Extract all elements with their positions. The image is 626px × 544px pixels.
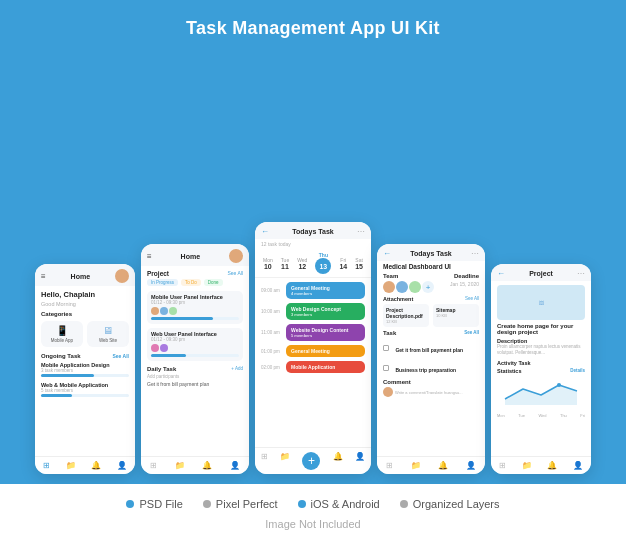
cal-num-sat: 15 (355, 263, 363, 270)
project-see-all[interactable]: See All (227, 270, 243, 277)
phone-2-status-row: In Progress To Do Done (141, 278, 249, 289)
nav3-folder-icon[interactable]: 📁 (280, 452, 290, 470)
more-icon-3[interactable]: ⋯ (357, 227, 365, 236)
nav5-bell-icon[interactable]: 🔔 (547, 461, 557, 470)
task2-date-2: 01/12 - 09:30 pm (151, 337, 239, 342)
task4-checkbox-1[interactable] (383, 345, 389, 351)
task3-bubble-4: General Meeting (286, 345, 365, 357)
cal-num-wed: 12 (297, 263, 307, 270)
image-icon: 🖼 (539, 300, 544, 306)
bottom-section: PSD File Pixel Perfect iOS & Android Org… (0, 484, 626, 544)
not-included-text: Image Not Included (265, 518, 360, 534)
team-avatars: + (383, 281, 434, 293)
nav-bell-icon[interactable]: 🔔 (91, 461, 101, 470)
attachment-label: Attachment (383, 296, 413, 302)
nav3-home-icon[interactable]: ⊞ (261, 452, 268, 470)
task-section-label: Task (383, 330, 396, 336)
ios-dot (298, 500, 306, 508)
nav-user-icon[interactable]: 👤 (117, 461, 127, 470)
medical-dashboard-title: Medical Dashboard UI (377, 261, 485, 270)
add-task-button[interactable]: + (302, 452, 320, 470)
more-icon-5[interactable]: ⋯ (577, 269, 585, 278)
see-all-link[interactable]: See All (113, 353, 130, 359)
nav2-home-icon[interactable]: ⊞ (150, 461, 157, 470)
task2-date-1: 01/12 - 09:30 pm (151, 300, 239, 305)
ios-label: iOS & Android (311, 498, 380, 510)
phone-5: ← Project ⋯ 🖼 Create home page for your … (491, 264, 591, 474)
nav5-folder-icon[interactable]: 📁 (522, 461, 532, 470)
comment-avatar (383, 387, 393, 397)
task3-bubble-2: Web Design Concept 3 members (286, 303, 365, 320)
task4-name-1: Get it from bill payment plan (395, 347, 463, 353)
chart-labels-row: Mon Tue Wed Thu Fri (491, 413, 591, 418)
phone-1-categories-row: 📱 Mobile App 🖥 Web Site (35, 319, 135, 349)
nav2-folder-icon[interactable]: 📁 (175, 461, 185, 470)
task3-row-1: 09:00 am General Meeting 4 members (255, 280, 371, 301)
daily-task-text: Get it from bill payment plan (141, 381, 249, 389)
nav4-user-icon[interactable]: 👤 (466, 461, 476, 470)
phone-4-team-row: Team Deadline (377, 270, 485, 281)
phones-section: ≡ Home Hello, Chaplain Good Morning Cate… (0, 53, 626, 484)
chart-label-wed: Wed (538, 413, 546, 418)
task3-bubble-1: General Meeting 4 members (286, 282, 365, 299)
nav3-user-icon[interactable]: 👤 (355, 452, 365, 470)
back-icon-3[interactable]: ← (261, 227, 269, 236)
phone-1-bottom-nav: ⊞ 📁 🔔 👤 (35, 456, 135, 474)
back-icon-4[interactable]: ← (383, 249, 391, 258)
nav4-bell-icon[interactable]: 🔔 (438, 461, 448, 470)
project-name: Create home page for your design project (491, 322, 591, 336)
psd-dot (126, 500, 134, 508)
badge-in-progress: In Progress (147, 279, 178, 286)
task-section-see-all[interactable]: See All (464, 330, 479, 336)
avatar-b (160, 307, 168, 315)
avatar-e (160, 344, 168, 352)
task3-row-2: 10:00 am Web Design Concept 3 members (255, 301, 371, 322)
phone-4-attach-row: Attachment See All (377, 294, 485, 303)
cal-day-label-fri: Fri (339, 257, 347, 263)
nav2-user-icon[interactable]: 👤 (230, 461, 240, 470)
phone-2-bottom-nav: ⊞ 📁 🔔 👤 (141, 456, 249, 474)
cal-day-label-wed: Wed (297, 257, 307, 263)
chart-svg (497, 377, 585, 407)
task3-time-3: 11:00 am (261, 330, 283, 335)
task3-time-4: 01:00 pm (261, 349, 283, 354)
task4-checkbox-2[interactable] (383, 365, 389, 371)
attachment-see-all[interactable]: See All (465, 296, 479, 302)
team-label: Team (383, 273, 398, 279)
task4-name-2: Business trip preparation (395, 367, 456, 373)
phone-5-bottom-nav: ⊞ 📁 🔔 👤 (491, 456, 591, 474)
nav2-bell-icon[interactable]: 🔔 (202, 461, 212, 470)
cal-sat: Sat 15 (355, 257, 363, 270)
add-team-btn[interactable]: + (422, 281, 434, 293)
chart-label-tue: Tue (518, 413, 525, 418)
phone-1-categories-label: Categories (35, 307, 135, 319)
back-icon-5[interactable]: ← (497, 269, 505, 278)
web-icon: 🖥 (89, 325, 127, 336)
nav5-user-icon[interactable]: 👤 (573, 461, 583, 470)
add-daily-btn[interactable]: + Add (231, 366, 243, 372)
cal-num-mon: 10 (263, 263, 273, 270)
more-icon-4[interactable]: ⋯ (471, 249, 479, 258)
feature-pixel: Pixel Perfect (203, 498, 278, 510)
nav4-folder-icon[interactable]: 📁 (411, 461, 421, 470)
details-link[interactable]: Details (570, 368, 585, 374)
chart-label-thu: Thu (560, 413, 567, 418)
phone-4: ← Todays Task ⋯ Medical Dashboard UI Tea… (377, 244, 485, 474)
nav-home-icon[interactable]: ⊞ (43, 461, 50, 470)
team-avatar-a (383, 281, 395, 293)
task2-avatars-2 (151, 344, 239, 352)
task2-avatars-1 (151, 307, 239, 315)
nav4-home-icon[interactable]: ⊞ (386, 461, 393, 470)
phone-2-daily-row: Daily Task + Add (141, 363, 249, 373)
avatar-a (151, 307, 159, 315)
nav-folder-icon[interactable]: 📁 (66, 461, 76, 470)
phone-1: ≡ Home Hello, Chaplain Good Morning Cate… (35, 264, 135, 474)
nav3-bell-icon[interactable]: 🔔 (333, 452, 343, 470)
pixel-label: Pixel Perfect (216, 498, 278, 510)
page-title: Task Management App UI Kit (0, 18, 626, 39)
phone-2-task-1: Mobile User Panel Interface 01/12 - 09:3… (147, 291, 243, 324)
phone-1-inner: ≡ Home Hello, Chaplain Good Morning Cate… (35, 264, 135, 474)
task-meta-2: 5 task members (41, 388, 129, 393)
nav5-home-icon[interactable]: ⊞ (499, 461, 506, 470)
project-label: Project (147, 270, 169, 277)
